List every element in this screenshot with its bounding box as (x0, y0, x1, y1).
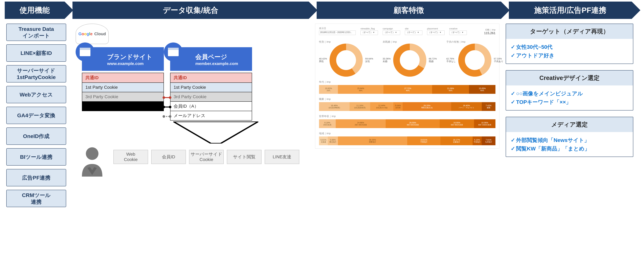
stacked-bar: 16.46%会社員(事務系)11.16%会社員(技術系)12.44%会社員(その… (319, 102, 496, 111)
stage-arrow-functions: 使用機能 (5, 1, 64, 19)
imp-total-label: ID数｜imp (485, 28, 496, 31)
svg-rect-3 (168, 48, 179, 50)
stage-arrow-collect: データ収集/統合 (72, 1, 309, 19)
id-row-tpc: 3rd Party Cookie (170, 92, 252, 101)
bar-segment: 8.19%200万未満 (319, 119, 336, 128)
activation-card: メディア選定外部閲覧傾向「Newsサイト」閲覧KW「新商品」「まとめ」 (506, 117, 633, 157)
bar-segment: 5.19%中国地方 (472, 136, 482, 145)
stacked-bar: 5.01%北海道5.68%東北地方39.35%関東地方18.91%中部地方18.… (319, 136, 496, 145)
function-button[interactable]: OneID作成 (6, 127, 66, 145)
stacked-bar: 8.19%200万未満24.66%200~400万未満26.59%400~600… (319, 119, 496, 128)
filter-dropdown[interactable]: （すべて） ▾ (360, 30, 378, 35)
card-check-item: TOPキーワード「××」 (511, 98, 628, 106)
bar-title: 地域｜imp (319, 132, 496, 135)
bar-segment: 21.09%50代 (432, 85, 469, 94)
card-title: Creativeデザイン選定 (506, 70, 633, 85)
stacked-bar: 10.82%20代25.94%30代27.72%40代21.09%50代15.0… (319, 85, 496, 94)
date-range-picker[interactable]: 2018年12月1日 - 2020年12月3... (319, 30, 356, 35)
donut-title: 未既婚｜imp (383, 40, 437, 44)
id-brick: サイト閲覧 (227, 150, 262, 164)
id-brick: LINE友達 (265, 150, 299, 164)
person-icon (79, 145, 106, 177)
function-button[interactable]: GA4データ変換 (6, 107, 66, 124)
bar-segment: 26.20%専業主婦(主夫) (403, 102, 451, 111)
site-url: member.example.com (195, 61, 246, 66)
donut-chart (330, 44, 363, 77)
bar-title: 職業｜imp (319, 98, 496, 101)
donut-label-a: 40.42%男性 (319, 57, 327, 63)
bar-segment: 25.94%30代 (338, 85, 384, 94)
donut-title: 子供の有無｜imp (446, 40, 503, 44)
filter-label: viewable_flag (360, 27, 378, 30)
donut-label-a: 33.36%未婚 (383, 57, 391, 63)
bar-segment: 7.81%九州地方 (482, 136, 496, 145)
function-button[interactable]: Treasure Data インポート (6, 24, 66, 41)
function-button[interactable]: BIツール連携 (6, 148, 66, 166)
bar-segment: 5.04%自営業 (393, 102, 403, 111)
bar-segment: 27.72%40代 (384, 85, 432, 94)
bar-segment: 16.90%600~800万未満 (440, 119, 474, 128)
bar-segment: 26.59%400~600万未満 (386, 119, 440, 128)
svg-rect-1 (80, 48, 90, 50)
card-check-item: 外部閲覧傾向「Newsサイト」 (511, 136, 628, 144)
card-title: ターゲット（メディア再現） (506, 24, 633, 39)
filter-dropdown[interactable]: （すべて） ▾ (449, 30, 467, 35)
donut-title: 性別｜imp (319, 40, 373, 44)
donut-label-a: 42.76%子供なし (446, 57, 456, 63)
function-button[interactable]: サーバーサイド 1stPartyCookie (6, 65, 66, 82)
filter-dropdown[interactable]: （すべて） ▾ (405, 30, 422, 35)
bar-segment: 16.46%会社員(事務系) (319, 102, 350, 111)
id-row-member: 会員ID（A） (170, 101, 252, 111)
function-button[interactable]: CRMツール 連携 (6, 190, 66, 207)
stage-arrow-activate: 施策活用/広告PF連携 (509, 1, 632, 19)
filter-label: campaign (383, 27, 400, 30)
site-title: ブランドサイト (107, 52, 158, 61)
id-row-tpc: 3rd Party Cookie (82, 92, 164, 101)
card-check-item: 女性30代~50代 (511, 43, 628, 51)
bar-segment: 18.17%近畿地方 (440, 136, 472, 145)
svg-point-14 (86, 147, 98, 160)
bar-title: 世帯年収｜imp (319, 115, 496, 118)
donut-label-b: 66.72%既婚 (429, 57, 437, 63)
bar-segment: 39.35%関東地方 (338, 136, 407, 145)
bar-segment: 16.40%パート・アルバイト (451, 102, 482, 111)
activation-card: Creativeデザイン選定○○画像をメインビジュアルTOPキーワード「××」 (506, 70, 633, 110)
svg-marker-13 (173, 121, 258, 144)
filter-label: 表示日 (319, 27, 356, 30)
bar-segment: 10.56%800~1000万未満 (474, 119, 496, 128)
donut-label-b: 59.64%女性 (365, 57, 373, 63)
function-list: Treasure Data インポートLINE×顧客IDサーバーサイド 1stP… (6, 24, 66, 207)
bar-segment: 18.91%中部地方 (407, 136, 440, 145)
card-check-item: 閲覧KW「新商品」「まとめ」 (511, 144, 628, 153)
filter-dropdown[interactable]: （すべて） ▾ (427, 30, 444, 35)
google-cloud-badge: Google Cloud (76, 24, 109, 44)
card-check-item: ○○画像をメインビジュアル (511, 89, 628, 98)
bar-segment: 7.42%無職 (482, 102, 496, 111)
donut-chart (393, 44, 426, 77)
function-button[interactable]: Webアクセス (6, 86, 66, 103)
id-row-shared: 共通ID (170, 73, 252, 82)
brand-site-block: ブランドサイトwww.example.com共通ID1st Party Cook… (82, 47, 164, 121)
id-row-email: メールアドレス (170, 111, 252, 120)
bar-segment: 24.66%200~400万未満 (336, 119, 386, 128)
filter-dropdown[interactable]: （すべて） ▾ (383, 30, 400, 35)
id-brick: 会員ID (151, 150, 186, 164)
id-brick: サーバーサイド Cookie (189, 150, 224, 164)
activation-card: ターゲット（メディア再現）女性30代~50代アウトドア好き (506, 24, 633, 64)
card-check-item: アウトドア好き (511, 51, 628, 60)
filter-label: site (405, 27, 422, 30)
function-button[interactable]: LINE×顧客ID (6, 44, 66, 62)
imp-total-value: 115,261 (484, 31, 496, 35)
bar-segment: 5.01%北海道 (319, 136, 328, 145)
site-url: www.example.com (107, 61, 158, 66)
filter-label: creative (449, 27, 467, 30)
data-collection-area: Google Cloud ブランドサイトwww.example.com共通ID1… (72, 24, 309, 177)
id-row-shared: 共通ID (82, 73, 164, 82)
function-button[interactable]: 広告PF連携 (6, 169, 66, 186)
funnel-icon (173, 121, 258, 144)
bar-segment: 5.68%東北地方 (328, 136, 338, 145)
id-row-fpc: 1st Party Cookie (170, 82, 252, 92)
id-brick-row: Web Cookie会員IDサーバーサイド Cookieサイト閲覧LINE友達 (114, 150, 309, 164)
activation-cards: ターゲット（メディア再現）女性30代~50代アウトドア好きCreativeデザイ… (506, 24, 633, 157)
google-cloud-logo: Google Cloud (78, 31, 106, 36)
